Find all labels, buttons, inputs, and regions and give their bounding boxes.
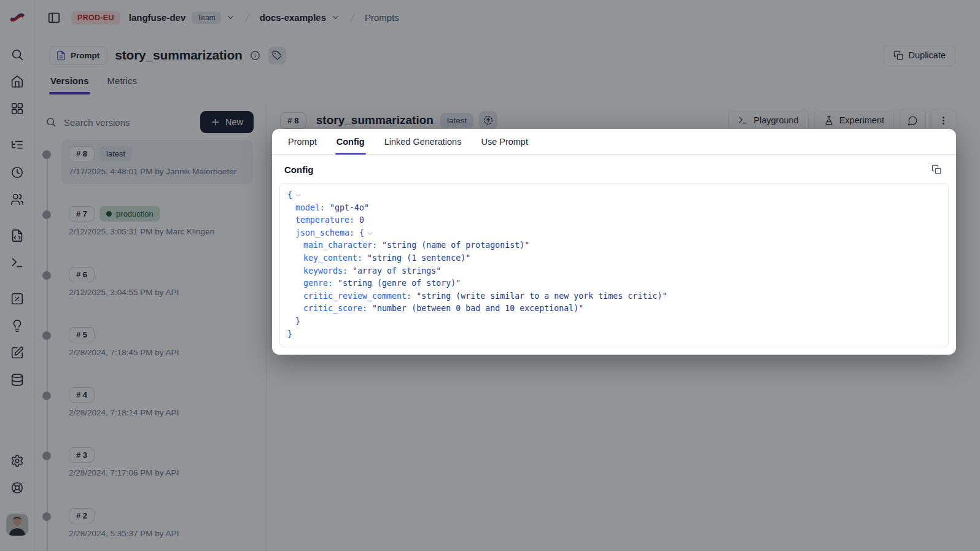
tab-config[interactable]: Config	[335, 129, 366, 154]
code-token: 0	[354, 214, 364, 227]
langfuse-app: PROD-EU langfuse-dev Team docs-examples …	[0, 0, 980, 551]
code-token: {	[287, 189, 292, 202]
code-token: "array of strings"	[348, 265, 441, 278]
config-line: json_schema: {	[287, 227, 941, 240]
code-token: "gpt-4o"	[325, 202, 369, 215]
config-code: {model: "gpt-4o"temperature: 0json_schem…	[287, 189, 941, 341]
config-line: model: "gpt-4o"	[287, 202, 941, 215]
code-token: critic_score:	[303, 302, 367, 315]
code-token: json_schema:	[295, 227, 354, 240]
code-token: {	[354, 227, 364, 240]
code-token: }	[287, 328, 292, 341]
config-line: main_character: "string (name of protago…	[287, 239, 941, 252]
config-line: genre: "string (genre of story)"	[287, 277, 941, 290]
code-token: "string (write similar to a new york tim…	[411, 290, 667, 303]
config-line: keywords: "array of strings"	[287, 265, 941, 278]
detail-tabs: PromptConfigLinked GenerationsUse Prompt	[272, 129, 956, 155]
config-line: }	[287, 315, 941, 328]
config-line: key_content: "string (1 sentence)"	[287, 252, 941, 265]
config-line: critic_score: "number (between 0 bad and…	[287, 302, 941, 315]
config-section-header: Config	[272, 155, 956, 183]
code-token: genre:	[303, 277, 333, 290]
copy-config-button[interactable]	[929, 162, 944, 177]
code-token: keywords:	[303, 265, 348, 278]
config-line: temperature: 0	[287, 214, 941, 227]
code-token: main_character:	[303, 239, 377, 252]
collapse-chevron-icon[interactable]	[366, 229, 374, 237]
code-token: "string (1 sentence)"	[362, 252, 470, 265]
config-section-title: Config	[284, 164, 313, 175]
code-token: "string (genre of story)"	[333, 277, 461, 290]
code-token: critic_review_comment:	[303, 290, 411, 303]
version-detail-card: PromptConfigLinked GenerationsUse Prompt…	[272, 129, 956, 355]
config-code-box: {model: "gpt-4o"temperature: 0json_schem…	[279, 183, 949, 347]
code-token: "number (between 0 bad and 10 exceptiona…	[367, 302, 583, 315]
copy-icon	[931, 164, 942, 175]
code-token: model:	[295, 202, 325, 215]
code-token: "string (name of protagonist)"	[377, 239, 529, 252]
tab-linked-generations[interactable]: Linked Generations	[383, 129, 463, 154]
tab-use-prompt[interactable]: Use Prompt	[480, 129, 529, 154]
code-token: key_content:	[303, 252, 362, 265]
tab-prompt[interactable]: Prompt	[287, 129, 318, 154]
config-line: }	[287, 328, 941, 341]
collapse-chevron-icon[interactable]	[294, 191, 302, 199]
config-line: critic_review_comment: "string (write si…	[287, 290, 941, 303]
config-line: {	[287, 189, 941, 202]
code-token: }	[295, 315, 300, 328]
code-token: temperature:	[295, 214, 354, 227]
